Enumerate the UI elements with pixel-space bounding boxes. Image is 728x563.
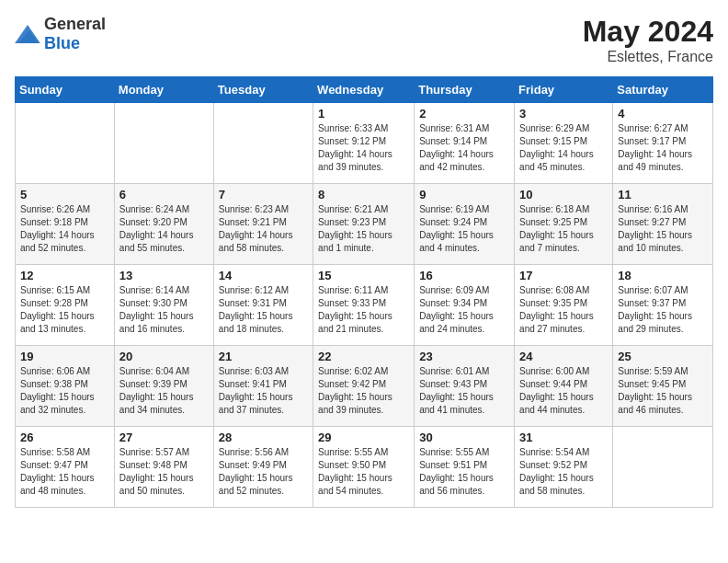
day-info: Sunrise: 6:11 AM Sunset: 9:33 PM Dayligh… bbox=[318, 284, 409, 336]
col-header-wednesday: Wednesday bbox=[313, 77, 415, 103]
day-info: Sunrise: 5:59 AM Sunset: 9:45 PM Dayligh… bbox=[618, 365, 708, 417]
day-cell: 13Sunrise: 6:14 AM Sunset: 9:30 PM Dayli… bbox=[114, 265, 213, 346]
day-info: Sunrise: 6:03 AM Sunset: 9:41 PM Dayligh… bbox=[219, 365, 308, 417]
day-number: 20 bbox=[119, 350, 209, 363]
calendar-title: May 2024 bbox=[583, 15, 713, 49]
day-cell: 22Sunrise: 6:02 AM Sunset: 9:42 PM Dayli… bbox=[313, 346, 415, 427]
day-number: 13 bbox=[119, 269, 209, 282]
day-number: 22 bbox=[318, 350, 409, 363]
col-header-tuesday: Tuesday bbox=[213, 77, 313, 103]
day-cell: 23Sunrise: 6:01 AM Sunset: 9:43 PM Dayli… bbox=[415, 346, 515, 427]
day-cell: 2Sunrise: 6:31 AM Sunset: 9:14 PM Daylig… bbox=[415, 103, 515, 184]
week-row-1: 1Sunrise: 6:33 AM Sunset: 9:12 PM Daylig… bbox=[16, 103, 713, 184]
day-info: Sunrise: 6:31 AM Sunset: 9:14 PM Dayligh… bbox=[419, 122, 509, 174]
day-number: 6 bbox=[119, 188, 209, 201]
logo-icon bbox=[15, 25, 40, 43]
day-cell: 28Sunrise: 5:56 AM Sunset: 9:49 PM Dayli… bbox=[213, 427, 313, 508]
day-cell: 26Sunrise: 5:58 AM Sunset: 9:47 PM Dayli… bbox=[16, 427, 115, 508]
day-info: Sunrise: 6:16 AM Sunset: 9:27 PM Dayligh… bbox=[618, 203, 708, 255]
calendar-table: SundayMondayTuesdayWednesdayThursdayFrid… bbox=[15, 76, 713, 508]
day-number: 7 bbox=[219, 188, 308, 201]
day-number: 23 bbox=[419, 350, 509, 363]
day-number: 18 bbox=[618, 269, 708, 282]
day-info: Sunrise: 6:00 AM Sunset: 9:44 PM Dayligh… bbox=[519, 365, 608, 417]
week-row-4: 19Sunrise: 6:06 AM Sunset: 9:38 PM Dayli… bbox=[16, 346, 713, 427]
day-number: 1 bbox=[318, 107, 409, 121]
day-cell: 21Sunrise: 6:03 AM Sunset: 9:41 PM Dayli… bbox=[213, 346, 313, 427]
day-number: 16 bbox=[419, 269, 509, 282]
day-cell: 5Sunrise: 6:26 AM Sunset: 9:18 PM Daylig… bbox=[16, 184, 115, 265]
day-info: Sunrise: 6:33 AM Sunset: 9:12 PM Dayligh… bbox=[318, 122, 409, 174]
day-cell: 19Sunrise: 6:06 AM Sunset: 9:38 PM Dayli… bbox=[16, 346, 115, 427]
day-number: 14 bbox=[219, 269, 308, 282]
day-info: Sunrise: 6:12 AM Sunset: 9:31 PM Dayligh… bbox=[219, 284, 308, 336]
day-info: Sunrise: 6:08 AM Sunset: 9:35 PM Dayligh… bbox=[519, 284, 608, 336]
col-header-monday: Monday bbox=[114, 77, 213, 103]
day-cell: 10Sunrise: 6:18 AM Sunset: 9:25 PM Dayli… bbox=[515, 184, 613, 265]
day-number: 17 bbox=[519, 269, 608, 282]
day-info: Sunrise: 6:24 AM Sunset: 9:20 PM Dayligh… bbox=[119, 203, 209, 255]
day-cell bbox=[114, 103, 213, 184]
day-cell: 14Sunrise: 6:12 AM Sunset: 9:31 PM Dayli… bbox=[213, 265, 313, 346]
week-row-3: 12Sunrise: 6:15 AM Sunset: 9:28 PM Dayli… bbox=[16, 265, 713, 346]
day-cell: 20Sunrise: 6:04 AM Sunset: 9:39 PM Dayli… bbox=[114, 346, 213, 427]
day-info: Sunrise: 5:56 AM Sunset: 9:49 PM Dayligh… bbox=[219, 446, 308, 498]
day-number: 28 bbox=[219, 431, 308, 444]
day-info: Sunrise: 6:29 AM Sunset: 9:15 PM Dayligh… bbox=[519, 122, 608, 174]
day-cell: 17Sunrise: 6:08 AM Sunset: 9:35 PM Dayli… bbox=[515, 265, 613, 346]
day-cell: 3Sunrise: 6:29 AM Sunset: 9:15 PM Daylig… bbox=[515, 103, 613, 184]
page-header: General Blue May 2024 Eslettes, France bbox=[15, 15, 713, 65]
day-cell: 9Sunrise: 6:19 AM Sunset: 9:24 PM Daylig… bbox=[415, 184, 515, 265]
day-number: 15 bbox=[318, 269, 409, 282]
day-number: 12 bbox=[20, 269, 109, 282]
day-number: 27 bbox=[119, 431, 209, 444]
day-number: 29 bbox=[318, 431, 409, 444]
day-cell: 30Sunrise: 5:55 AM Sunset: 9:51 PM Dayli… bbox=[415, 427, 515, 508]
day-number: 25 bbox=[618, 350, 708, 363]
col-header-friday: Friday bbox=[515, 77, 613, 103]
day-number: 21 bbox=[219, 350, 308, 363]
day-cell: 11Sunrise: 6:16 AM Sunset: 9:27 PM Dayli… bbox=[613, 184, 713, 265]
day-info: Sunrise: 6:14 AM Sunset: 9:30 PM Dayligh… bbox=[119, 284, 209, 336]
day-cell: 15Sunrise: 6:11 AM Sunset: 9:33 PM Dayli… bbox=[313, 265, 415, 346]
col-header-thursday: Thursday bbox=[415, 77, 515, 103]
day-cell: 25Sunrise: 5:59 AM Sunset: 9:45 PM Dayli… bbox=[613, 346, 713, 427]
day-number: 19 bbox=[20, 350, 109, 363]
day-cell: 8Sunrise: 6:21 AM Sunset: 9:23 PM Daylig… bbox=[313, 184, 415, 265]
col-header-sunday: Sunday bbox=[16, 77, 115, 103]
day-cell: 6Sunrise: 6:24 AM Sunset: 9:20 PM Daylig… bbox=[114, 184, 213, 265]
day-cell: 4Sunrise: 6:27 AM Sunset: 9:17 PM Daylig… bbox=[613, 103, 713, 184]
day-info: Sunrise: 6:04 AM Sunset: 9:39 PM Dayligh… bbox=[119, 365, 209, 417]
logo: General Blue bbox=[15, 15, 106, 53]
day-number: 9 bbox=[419, 188, 509, 201]
day-cell: 29Sunrise: 5:55 AM Sunset: 9:50 PM Dayli… bbox=[313, 427, 415, 508]
day-cell: 27Sunrise: 5:57 AM Sunset: 9:48 PM Dayli… bbox=[114, 427, 213, 508]
day-cell: 31Sunrise: 5:54 AM Sunset: 9:52 PM Dayli… bbox=[515, 427, 613, 508]
day-cell bbox=[16, 103, 115, 184]
day-cell: 12Sunrise: 6:15 AM Sunset: 9:28 PM Dayli… bbox=[16, 265, 115, 346]
header-row: SundayMondayTuesdayWednesdayThursdayFrid… bbox=[16, 77, 713, 103]
day-cell: 1Sunrise: 6:33 AM Sunset: 9:12 PM Daylig… bbox=[313, 103, 415, 184]
day-info: Sunrise: 6:19 AM Sunset: 9:24 PM Dayligh… bbox=[419, 203, 509, 255]
logo-text-general: General bbox=[44, 15, 106, 33]
day-number: 11 bbox=[618, 188, 708, 201]
day-info: Sunrise: 6:23 AM Sunset: 9:21 PM Dayligh… bbox=[219, 203, 308, 255]
day-number: 3 bbox=[519, 107, 608, 121]
week-row-5: 26Sunrise: 5:58 AM Sunset: 9:47 PM Dayli… bbox=[16, 427, 713, 508]
day-info: Sunrise: 6:02 AM Sunset: 9:42 PM Dayligh… bbox=[318, 365, 409, 417]
day-number: 10 bbox=[519, 188, 608, 201]
logo-text-blue: Blue bbox=[44, 34, 80, 52]
day-cell: 7Sunrise: 6:23 AM Sunset: 9:21 PM Daylig… bbox=[213, 184, 313, 265]
day-cell: 24Sunrise: 6:00 AM Sunset: 9:44 PM Dayli… bbox=[515, 346, 613, 427]
day-info: Sunrise: 6:15 AM Sunset: 9:28 PM Dayligh… bbox=[20, 284, 109, 336]
day-info: Sunrise: 6:06 AM Sunset: 9:38 PM Dayligh… bbox=[20, 365, 109, 417]
day-cell bbox=[613, 427, 713, 508]
day-info: Sunrise: 6:01 AM Sunset: 9:43 PM Dayligh… bbox=[419, 365, 509, 417]
day-number: 5 bbox=[20, 188, 109, 201]
day-cell: 16Sunrise: 6:09 AM Sunset: 9:34 PM Dayli… bbox=[415, 265, 515, 346]
day-info: Sunrise: 6:27 AM Sunset: 9:17 PM Dayligh… bbox=[618, 122, 708, 174]
day-info: Sunrise: 6:07 AM Sunset: 9:37 PM Dayligh… bbox=[618, 284, 708, 336]
day-number: 31 bbox=[519, 431, 608, 444]
week-row-2: 5Sunrise: 6:26 AM Sunset: 9:18 PM Daylig… bbox=[16, 184, 713, 265]
day-cell: 18Sunrise: 6:07 AM Sunset: 9:37 PM Dayli… bbox=[613, 265, 713, 346]
